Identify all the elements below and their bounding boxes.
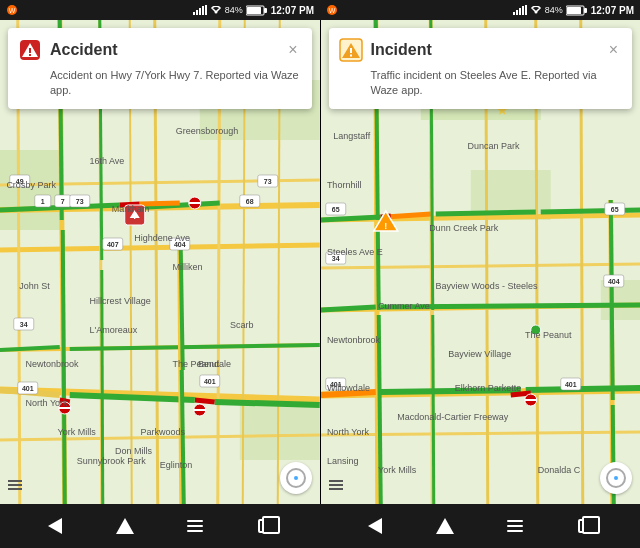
svg-rect-14: [516, 10, 518, 15]
svg-text:401: 401: [22, 385, 34, 392]
svg-text:404: 404: [607, 278, 619, 285]
home-button-right[interactable]: [427, 508, 463, 544]
svg-text:68: 68: [246, 198, 254, 205]
time-right: 12:07 PM: [591, 5, 634, 16]
right-status-icons: W: [326, 4, 338, 16]
battery-pct-left: 84%: [225, 5, 243, 15]
home-button-left[interactable]: [107, 508, 143, 544]
svg-text:34: 34: [20, 321, 28, 328]
compass-circle-right: [606, 468, 626, 488]
accident-title: Accident: [50, 41, 286, 59]
right-status-right: 84% 12:07 PM: [513, 5, 634, 16]
recent-icon-left: [258, 519, 272, 533]
label-donmills: Don Mills: [115, 446, 152, 456]
svg-point-18: [534, 11, 537, 14]
recent-button-right[interactable]: [567, 508, 603, 544]
label-johnst: John St: [19, 281, 50, 291]
svg-line-122: [610, 200, 612, 400]
incident-close-button[interactable]: ×: [607, 41, 620, 59]
menu-icon-right: [507, 520, 523, 532]
svg-rect-23: [0, 150, 60, 230]
compass-button-right[interactable]: [600, 462, 632, 494]
svg-text:7: 7: [61, 198, 65, 205]
compass-dot-right: [614, 476, 618, 480]
label-peanut-r: The Peanut: [525, 330, 572, 340]
svg-line-111: [540, 210, 640, 212]
menu-button-right[interactable]: [497, 508, 533, 544]
label-thornhill: Thornhill: [327, 180, 362, 190]
waze-icon: W: [6, 4, 18, 16]
label-duncanpark: Duncan Park: [467, 141, 519, 151]
label-bayviewvillage: Bayview Village: [448, 349, 511, 359]
svg-line-116: [525, 388, 640, 390]
svg-rect-146: [350, 48, 352, 53]
menu-icon-left: [187, 520, 203, 532]
map-menu-right[interactable]: [325, 476, 347, 494]
incident-body: Traffic incident on Steeles Ave E. Repor…: [371, 68, 621, 99]
svg-rect-13: [513, 12, 515, 15]
incident-card: Incident × Traffic incident on Steeles A…: [329, 28, 633, 109]
status-bar: W 84% 12:07 PM: [0, 0, 640, 20]
svg-text:401: 401: [564, 381, 576, 388]
label-langstaff: Langstaff: [333, 131, 370, 141]
label-markham: Markham: [112, 204, 150, 214]
svg-text:65: 65: [331, 206, 339, 213]
accident-close-button[interactable]: ×: [286, 41, 299, 59]
label-willowdale: Willowdale: [327, 383, 370, 393]
svg-rect-4: [199, 8, 201, 15]
nav-bar: [0, 504, 640, 548]
label-greensborough: Greensborough: [176, 126, 239, 136]
incident-card-header: Incident ×: [339, 38, 621, 62]
label-milliken: Milliken: [173, 262, 203, 272]
svg-rect-17: [525, 5, 527, 15]
svg-text:401: 401: [204, 378, 216, 385]
svg-text:407: 407: [107, 241, 119, 248]
label-16thave: 16th Ave: [89, 156, 124, 166]
compass-button-left[interactable]: [280, 462, 312, 494]
label-crosby-park: Crosby Park: [6, 180, 56, 190]
label-bendale: Bendale: [198, 359, 231, 369]
sim-icon: [193, 5, 207, 15]
battery-icon-left: [246, 5, 268, 16]
accident-card-header: Accident ×: [18, 38, 300, 62]
svg-rect-25: [240, 400, 320, 460]
svg-line-121: [432, 315, 433, 504]
menu-button-left[interactable]: [177, 508, 213, 544]
time-left: 12:07 PM: [271, 5, 314, 16]
label-newtonbrook: Newtonbrook: [26, 359, 79, 369]
label-lansing: Lansing: [327, 456, 359, 466]
incident-title: Incident: [371, 41, 607, 59]
svg-rect-21: [584, 8, 587, 13]
nav-left: [0, 504, 320, 548]
label-hillcrest: Hillcrest Village: [89, 296, 150, 306]
battery-pct-right: 84%: [545, 5, 563, 15]
svg-line-49: [195, 400, 215, 402]
back-button-right[interactable]: [357, 508, 393, 544]
svg-rect-2: [193, 12, 195, 15]
home-icon-right: [436, 518, 454, 534]
svg-rect-3: [196, 10, 198, 15]
left-status-icons: W: [6, 4, 18, 16]
label-northyork: North York: [26, 398, 68, 408]
svg-text:!: !: [384, 221, 387, 231]
right-status-left: 84% 12:07 PM: [193, 5, 314, 16]
label-elkhorn: Elkhorn Parkette: [455, 383, 522, 393]
map-menu-left[interactable]: [4, 476, 26, 494]
label-bayviewwoods: Bayview Woods - Steeles: [436, 281, 538, 291]
back-button-left[interactable]: [37, 508, 73, 544]
svg-rect-147: [350, 55, 352, 57]
screens-container: 7 407 404 68 401 401 49 1 34 7: [0, 20, 640, 504]
svg-point-7: [214, 11, 217, 14]
svg-rect-6: [205, 5, 207, 15]
recent-button-left[interactable]: [247, 508, 283, 544]
wifi-icon-right: [530, 6, 542, 14]
svg-line-118: [377, 225, 378, 310]
label-cummer: Cummer Ave: [378, 301, 430, 311]
svg-text:73: 73: [76, 198, 84, 205]
screen-left: 7 407 404 68 401 401 49 1 34 7: [0, 20, 321, 504]
label-parkwoods: Parkwoods: [141, 427, 186, 437]
incident-icon: [339, 38, 363, 62]
label-donalda: Donalda C: [538, 465, 581, 475]
label-highdene: Highdene Ave: [134, 233, 190, 243]
label-scarb: Scarb: [230, 320, 254, 330]
